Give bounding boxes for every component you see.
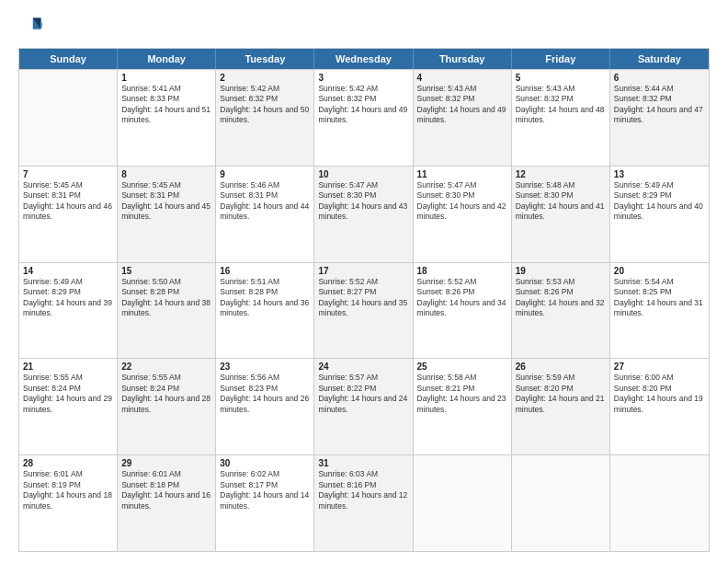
calendar-header-day: Saturday [610,49,709,69]
daylight-line: Daylight: 14 hours and 31 minutes. [614,298,705,319]
calendar-header-day: Thursday [414,49,512,69]
daylight-line: Daylight: 14 hours and 29 minutes. [23,394,113,415]
sunrise-line: Sunrise: 6:02 AM [220,469,310,479]
day-number: 7 [23,169,113,179]
calendar-header-day: Friday [512,49,610,69]
calendar-cell [414,455,512,551]
calendar-cell [610,455,709,551]
sunrise-line: Sunrise: 5:44 AM [614,84,705,94]
day-number: 1 [121,73,211,83]
calendar-cell: 31 Sunrise: 6:03 AM Sunset: 8:16 PM Dayl… [314,455,413,551]
calendar-cell: 18 Sunrise: 5:52 AM Sunset: 8:26 PM Dayl… [414,263,512,359]
calendar-cell: 22 Sunrise: 5:55 AM Sunset: 8:24 PM Dayl… [118,359,216,454]
sunset-line: Sunset: 8:30 PM [516,190,606,201]
daylight-line: Daylight: 14 hours and 34 minutes. [417,298,507,319]
day-number: 30 [220,458,310,468]
day-number: 2 [220,73,310,83]
calendar-cell: 27 Sunrise: 6:00 AM Sunset: 8:20 PM Dayl… [610,359,709,454]
calendar-header-day: Sunday [19,49,118,69]
calendar-cell [19,70,118,166]
day-number: 27 [614,362,705,372]
calendar-cell: 13 Sunrise: 5:49 AM Sunset: 8:29 PM Dayl… [610,167,709,262]
daylight-line: Daylight: 14 hours and 50 minutes. [220,105,310,126]
day-number: 14 [23,266,113,276]
sunrise-line: Sunrise: 5:55 AM [121,373,211,383]
calendar-cell: 12 Sunrise: 5:48 AM Sunset: 8:30 PM Dayl… [512,167,610,262]
sunset-line: Sunset: 8:16 PM [318,480,408,490]
daylight-line: Daylight: 14 hours and 44 minutes. [220,201,310,223]
sunset-line: Sunset: 8:27 PM [318,287,408,297]
sunset-line: Sunset: 8:29 PM [614,190,705,201]
calendar-row: 1 Sunrise: 5:41 AM Sunset: 8:33 PM Dayli… [19,69,709,166]
daylight-line: Daylight: 14 hours and 12 minutes. [318,490,408,511]
daylight-line: Daylight: 14 hours and 46 minutes. [23,201,113,223]
sunset-line: Sunset: 8:31 PM [23,190,113,201]
daylight-line: Daylight: 14 hours and 42 minutes. [417,201,507,223]
calendar-cell: 26 Sunrise: 5:59 AM Sunset: 8:20 PM Dayl… [512,359,610,454]
sunset-line: Sunset: 8:30 PM [417,190,507,201]
sunset-line: Sunset: 8:20 PM [614,384,705,394]
daylight-line: Daylight: 14 hours and 21 minutes. [516,394,606,415]
sunrise-line: Sunrise: 5:49 AM [614,180,705,190]
sunset-line: Sunset: 8:22 PM [318,384,408,394]
calendar-cell: 16 Sunrise: 5:51 AM Sunset: 8:28 PM Dayl… [216,263,314,359]
daylight-line: Daylight: 14 hours and 47 minutes. [614,105,705,126]
day-number: 6 [614,73,705,83]
daylight-line: Daylight: 14 hours and 14 minutes. [220,490,310,511]
sunset-line: Sunset: 8:19 PM [23,480,113,490]
sunset-line: Sunset: 8:32 PM [516,94,606,104]
calendar-cell: 17 Sunrise: 5:52 AM Sunset: 8:27 PM Dayl… [314,263,413,359]
sunrise-line: Sunrise: 6:01 AM [23,469,113,479]
sunrise-line: Sunrise: 5:55 AM [23,373,113,383]
sunrise-line: Sunrise: 5:52 AM [417,277,507,287]
calendar-cell: 19 Sunrise: 5:53 AM Sunset: 8:26 PM Dayl… [512,263,610,359]
calendar-cell: 4 Sunrise: 5:43 AM Sunset: 8:32 PM Dayli… [414,70,512,166]
day-number: 3 [318,73,408,83]
calendar-cell: 15 Sunrise: 5:50 AM Sunset: 8:28 PM Dayl… [118,263,216,359]
calendar-cell: 7 Sunrise: 5:45 AM Sunset: 8:31 PM Dayli… [19,167,118,262]
day-number: 22 [121,362,211,372]
sunset-line: Sunset: 8:24 PM [121,384,211,394]
sunset-line: Sunset: 8:18 PM [121,480,211,490]
daylight-line: Daylight: 14 hours and 43 minutes. [318,201,408,223]
daylight-line: Daylight: 14 hours and 19 minutes. [614,394,705,415]
calendar-cell [512,455,610,551]
day-number: 25 [417,362,507,372]
sunset-line: Sunset: 8:17 PM [220,480,310,490]
sunset-line: Sunset: 8:32 PM [614,94,705,104]
calendar-cell: 14 Sunrise: 5:49 AM Sunset: 8:29 PM Dayl… [19,263,118,359]
sunset-line: Sunset: 8:32 PM [318,94,408,104]
daylight-line: Daylight: 14 hours and 28 minutes. [121,394,211,415]
calendar-header-day: Tuesday [216,49,314,69]
day-number: 26 [516,362,606,372]
calendar-cell: 28 Sunrise: 6:01 AM Sunset: 8:19 PM Dayl… [19,455,118,551]
sunrise-line: Sunrise: 5:45 AM [121,180,211,190]
day-number: 21 [23,362,113,372]
day-number: 10 [318,169,408,179]
sunrise-line: Sunrise: 5:48 AM [516,180,606,190]
calendar-cell: 1 Sunrise: 5:41 AM Sunset: 8:33 PM Dayli… [118,70,216,166]
sunset-line: Sunset: 8:28 PM [220,287,310,297]
calendar-cell: 6 Sunrise: 5:44 AM Sunset: 8:32 PM Dayli… [610,70,709,166]
day-number: 5 [516,73,606,83]
daylight-line: Daylight: 14 hours and 16 minutes. [121,490,211,511]
day-number: 9 [220,169,310,179]
sunset-line: Sunset: 8:28 PM [121,287,211,297]
daylight-line: Daylight: 14 hours and 40 minutes. [614,201,705,223]
daylight-line: Daylight: 14 hours and 51 minutes. [121,105,211,126]
sunrise-line: Sunrise: 5:43 AM [516,84,606,94]
sunset-line: Sunset: 8:26 PM [417,287,507,297]
calendar-cell: 11 Sunrise: 5:47 AM Sunset: 8:30 PM Dayl… [414,167,512,262]
calendar-cell: 8 Sunrise: 5:45 AM Sunset: 8:31 PM Dayli… [118,167,216,262]
calendar-row: 21 Sunrise: 5:55 AM Sunset: 8:24 PM Dayl… [19,358,709,454]
daylight-line: Daylight: 14 hours and 35 minutes. [318,298,408,319]
calendar-cell: 30 Sunrise: 6:02 AM Sunset: 8:17 PM Dayl… [216,455,314,551]
sunset-line: Sunset: 8:30 PM [318,190,408,201]
day-number: 17 [318,266,408,276]
sunset-line: Sunset: 8:26 PM [516,287,606,297]
day-number: 8 [121,169,211,179]
day-number: 19 [516,266,606,276]
sunrise-line: Sunrise: 5:49 AM [23,277,113,287]
calendar-row: 14 Sunrise: 5:49 AM Sunset: 8:29 PM Dayl… [19,262,709,359]
logo-icon [18,15,44,40]
